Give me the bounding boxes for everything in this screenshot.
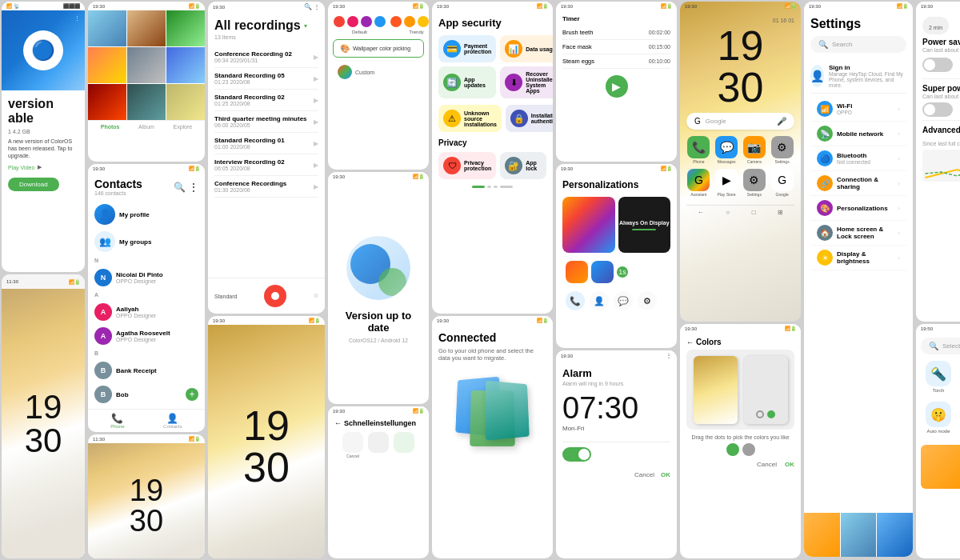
- recording-mode[interactable]: Standard: [214, 294, 237, 299]
- app-camera[interactable]: 📷 Camera: [742, 136, 767, 164]
- advanced-settings-link[interactable]: Advanced settings: [922, 126, 960, 134]
- quick-search-placeholder: Select phone...: [942, 342, 960, 350]
- my-profile-item[interactable]: 👤 My profile: [88, 201, 205, 228]
- settings-homescreen[interactable]: 🏠 Home screen & Lock screen ›: [810, 221, 906, 246]
- google-search-bar[interactable]: G Google 🎤: [686, 113, 794, 130]
- photos-tab[interactable]: Photos: [101, 124, 120, 130]
- timer-play-button[interactable]: ▶: [606, 75, 628, 98]
- home-recent-nav[interactable]: □: [752, 209, 756, 216]
- small-clock-hour: 19: [25, 390, 62, 424]
- settings-title: Settings: [810, 17, 906, 31]
- my-groups-item[interactable]: 👥 My groups: [88, 228, 205, 255]
- play-video-link[interactable]: Play Video: [8, 165, 34, 170]
- power-saving-toggle[interactable]: [922, 58, 953, 72]
- settings-wifi[interactable]: 📶 Wi-Fi OPPO ›: [810, 97, 906, 122]
- contact-aaliyah[interactable]: A Aaliyah OPPO Designer: [88, 300, 205, 324]
- power-saving-subtitle: Can last about 2 d 1 h 33 min: [922, 47, 960, 53]
- cancel-btn[interactable]: Cancel: [342, 432, 363, 458]
- record-button[interactable]: [264, 285, 286, 307]
- app-messages[interactable]: 💬 Messages: [714, 136, 739, 164]
- app-updates-item[interactable]: 🔄 App updates: [438, 66, 496, 98]
- app-google[interactable]: G Google: [770, 169, 794, 197]
- color-dot-green[interactable]: [726, 443, 739, 456]
- quick-search-bar[interactable]: 🔍 Select phone...: [921, 338, 960, 354]
- app-settings2[interactable]: ⚙ Settings: [742, 169, 767, 197]
- theme-trendy[interactable]: Trendy: [390, 30, 429, 34]
- back-icon[interactable]: ←: [334, 419, 342, 427]
- contact-bank[interactable]: B Bank Receipt: [88, 358, 205, 382]
- album-tab[interactable]: Album: [138, 124, 154, 130]
- recording-item-4[interactable]: Third quarter meeting minutes 06:00 2020…: [214, 111, 318, 133]
- settings-personalizations[interactable]: 🎨 Personalizations ›: [810, 196, 906, 221]
- home-tabs-nav[interactable]: ⊞: [778, 209, 783, 216]
- message-icon[interactable]: 💬: [614, 291, 633, 310]
- colors-title: Colors: [696, 338, 722, 346]
- home-nav[interactable]: ○: [726, 209, 730, 216]
- settings-connection[interactable]: 🔗 Connection & sharing ›: [810, 171, 906, 196]
- download-button[interactable]: Download: [8, 178, 59, 191]
- qs-item-3[interactable]: [394, 432, 414, 458]
- alarm-menu-icon[interactable]: ⋮: [666, 352, 672, 359]
- recording-item-3[interactable]: Standard Recording 02 01:25 2020/08 ▶: [214, 90, 318, 111]
- person-icon[interactable]: 👤: [590, 291, 609, 310]
- themes-icon-1[interactable]: [566, 261, 588, 283]
- recover-apps-item[interactable]: ⬇ Recover Uninstalled System Apps: [500, 66, 553, 98]
- recording-item-5[interactable]: Standard Recording 01 01:00 2020/08 ▶: [214, 133, 318, 154]
- payment-protection-item[interactable]: 💳 Payment protection: [438, 35, 496, 62]
- version-os-label: ColorOS12 / Android 12: [349, 338, 408, 343]
- alarm-cancel-btn[interactable]: Cancel: [634, 471, 654, 478]
- unknown-source-item[interactable]: ⚠ Unknown source installations: [438, 105, 502, 132]
- quick-auto-mode[interactable]: 🤫 Auto mode: [921, 402, 956, 438]
- recordings-search-icon[interactable]: 🔍: [304, 3, 312, 10]
- wallpaper-drag-hint: Drag the dots to pick the colors you lik…: [686, 434, 794, 440]
- explore-tab[interactable]: Explore: [173, 124, 192, 130]
- colors-back-icon[interactable]: ←: [686, 338, 694, 346]
- app-playstore[interactable]: ▶ Play Store: [714, 169, 739, 197]
- settings-search-bar[interactable]: 🔍 Search: [810, 36, 906, 53]
- contacts-search-icon[interactable]: 🔍: [174, 182, 186, 193]
- theme-default[interactable]: Default: [333, 30, 386, 34]
- app-lock-item[interactable]: 🔐 App lock: [500, 152, 546, 179]
- small-clock-min: 30: [25, 424, 62, 458]
- super-power-toggle[interactable]: [922, 102, 953, 117]
- privacy-protection-item[interactable]: 🛡 Privacy protection: [438, 152, 496, 179]
- colors-cancel-btn[interactable]: Cancel: [757, 461, 777, 468]
- color-dot-gray[interactable]: [742, 443, 755, 456]
- installation-auth-item[interactable]: 🔒 Installation authentication: [506, 105, 553, 132]
- app-assistant[interactable]: G Assistant: [686, 169, 711, 197]
- contacts-menu-icon[interactable]: ⋮: [189, 182, 198, 193]
- data-usage-item[interactable]: 📊 Data usage: [500, 35, 553, 62]
- alarm-ok-btn[interactable]: OK: [661, 471, 670, 478]
- recording-item-7[interactable]: Conference Recordings 01:30 2020/06 ▶: [214, 176, 318, 198]
- colors-ok-btn[interactable]: OK: [785, 461, 794, 468]
- recording-item-1[interactable]: Conference Recording 02 06:34 2020/01/31…: [214, 46, 318, 68]
- custom-option[interactable]: Custom: [333, 62, 424, 82]
- recordings-count: 13 Items: [214, 34, 318, 40]
- aod-thumb[interactable]: Always On Display: [618, 197, 671, 253]
- alarm-toggle[interactable]: [562, 447, 591, 462]
- quick-settings-btn[interactable]: ⚙: [638, 291, 657, 310]
- sign-in-row[interactable]: 👤 Sign in Manage HeyTap Cloud, Find My P…: [810, 59, 906, 94]
- recording-item-6[interactable]: Interview Recording 02 06:05 2020/08 ▶: [214, 154, 318, 176]
- settings-bluetooth[interactable]: 🔵 Bluetooth Not connected ›: [810, 146, 906, 171]
- home-back-nav[interactable]: ←: [698, 209, 704, 216]
- quick-torch[interactable]: 🔦 Torch: [921, 361, 956, 398]
- themes-icon-2[interactable]: [591, 261, 614, 283]
- recordings-menu-icon[interactable]: ⋮: [314, 3, 320, 10]
- settings-mobile-network[interactable]: 📡 Mobile network ›: [810, 122, 906, 146]
- wallpaper-preview-1[interactable]: [694, 356, 738, 424]
- contact-bob[interactable]: B Bob +: [88, 382, 205, 406]
- contact-nicolai[interactable]: N Nicolai Di Pinto OPPO Designer: [88, 266, 205, 290]
- wallpaper-color-btn[interactable]: 🎨 Wallpaper color picking: [333, 39, 424, 58]
- google-mic-icon[interactable]: 🎤: [777, 117, 786, 126]
- call-icon[interactable]: 📞: [566, 291, 585, 310]
- qs-item-2[interactable]: [368, 432, 389, 458]
- settings-display[interactable]: ☀ Display & brightness ›: [810, 246, 906, 270]
- wallpaper-preview-2[interactable]: [744, 356, 788, 424]
- recording-item-2[interactable]: Standard Recording 05 01:23 2020/08 ▶: [214, 68, 318, 90]
- app-settings[interactable]: ⚙ Settings: [770, 136, 794, 164]
- contact-agatha[interactable]: A Agatha Roosevelt OPPO Designer: [88, 324, 205, 348]
- app-phone[interactable]: 📞 Phone: [686, 136, 711, 164]
- wallpaper-thumb[interactable]: [562, 197, 615, 253]
- my-profile-label: My profile: [119, 211, 150, 218]
